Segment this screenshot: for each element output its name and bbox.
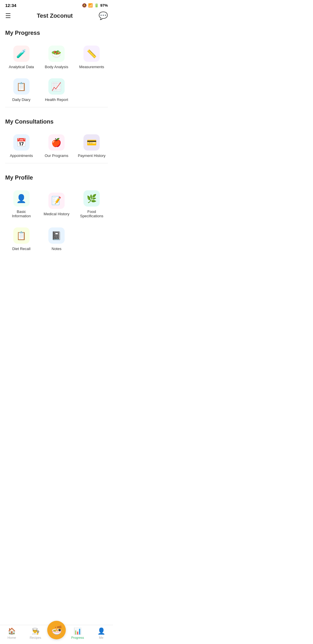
- daily-diary-label: Daily Diary: [12, 97, 30, 102]
- basic-information-label: Basic Information: [7, 209, 36, 218]
- section-my-profile: My Profile👤Basic Information📝Medical His…: [0, 169, 113, 258]
- diet-recall-icon: 📋: [13, 227, 30, 244]
- grid-item-diet-recall[interactable]: 📋Diet Recall: [5, 223, 37, 254]
- section-title-my-profile: My Profile: [5, 174, 108, 181]
- grid-row-my-progress-0: 🧪Analytical Data🥗Body Analysis📏Measureme…: [5, 41, 108, 72]
- health-report-icon: 📈: [48, 78, 65, 95]
- section-divider: [5, 107, 108, 107]
- section-title-my-progress: My Progress: [5, 30, 108, 36]
- grid-item-payment-history[interactable]: 💳Payment History: [76, 130, 108, 161]
- food-specifications-icon: 🌿: [83, 190, 100, 207]
- health-report-label: Health Report: [45, 97, 68, 102]
- analytical-data-label: Analytical Data: [9, 65, 34, 69]
- grid-item-food-specifications[interactable]: 🌿Food Specifications: [76, 186, 108, 221]
- body-analysis-label: Body Analysis: [45, 65, 68, 69]
- section-divider: [5, 163, 108, 163]
- our-programs-icon: 🍎: [48, 134, 65, 151]
- payment-history-icon: 💳: [83, 134, 100, 151]
- appointments-icon: 📅: [13, 134, 30, 151]
- status-bar: 12:34 🔕 📶 🔋 97%: [0, 0, 113, 10]
- notes-icon: 📓: [48, 227, 65, 244]
- grid-empty: [76, 223, 108, 254]
- grid-item-body-analysis[interactable]: 🥗Body Analysis: [40, 41, 72, 72]
- analytical-data-icon: 🧪: [13, 46, 30, 62]
- measurements-label: Measurements: [79, 65, 104, 69]
- grid-item-measurements[interactable]: 📏Measurements: [76, 41, 108, 72]
- basic-information-icon: 👤: [13, 190, 30, 207]
- grid-row-my-profile-0: 👤Basic Information📝Medical History🌿Food …: [5, 186, 108, 221]
- food-specifications-label: Food Specifications: [77, 209, 106, 218]
- measurements-icon: 📏: [83, 46, 100, 62]
- grid-item-medical-history[interactable]: 📝Medical History: [40, 186, 72, 221]
- hamburger-icon[interactable]: ☰: [5, 12, 11, 20]
- message-icon[interactable]: 💬: [99, 11, 108, 20]
- status-icons: 🔕 📶 🔋 97%: [82, 3, 108, 8]
- grid-item-daily-diary[interactable]: 📋Daily Diary: [5, 74, 37, 105]
- medical-history-label: Medical History: [44, 212, 70, 216]
- daily-diary-icon: 📋: [13, 78, 30, 95]
- section-title-my-consultations: My Consultations: [5, 118, 108, 125]
- grid-row-my-progress-1: 📋Daily Diary📈Health Report: [5, 74, 108, 105]
- grid-item-our-programs[interactable]: 🍎Our Programs: [40, 130, 72, 161]
- section-my-progress: My Progress🧪Analytical Data🥗Body Analysi…: [0, 24, 113, 113]
- app-title: Test Zoconut: [37, 12, 73, 19]
- mute-icon: 🔕: [82, 3, 87, 8]
- section-my-consultations: My Consultations📅Appointments🍎Our Progra…: [0, 113, 113, 169]
- battery-percent: 97%: [100, 3, 108, 8]
- grid-empty: [76, 74, 108, 105]
- diet-recall-label: Diet Recall: [12, 247, 30, 251]
- top-nav: ☰ Test Zoconut 💬: [0, 10, 113, 24]
- body-analysis-icon: 🥗: [48, 46, 65, 62]
- grid-item-appointments[interactable]: 📅Appointments: [5, 130, 37, 161]
- grid-item-notes[interactable]: 📓Notes: [40, 223, 72, 254]
- status-time: 12:34: [5, 3, 16, 8]
- medical-history-icon: 📝: [48, 193, 65, 209]
- notes-label: Notes: [52, 247, 61, 251]
- grid-item-health-report[interactable]: 📈Health Report: [40, 74, 72, 105]
- wifi-icon: 📶: [88, 3, 93, 8]
- grid-item-analytical-data[interactable]: 🧪Analytical Data: [5, 41, 37, 72]
- our-programs-label: Our Programs: [45, 153, 68, 158]
- battery-icon: 🔋: [94, 3, 99, 8]
- appointments-label: Appointments: [10, 153, 33, 158]
- grid-row-my-consultations-0: 📅Appointments🍎Our Programs💳Payment Histo…: [5, 130, 108, 161]
- grid-row-my-profile-1: 📋Diet Recall📓Notes: [5, 223, 108, 254]
- grid-item-basic-information[interactable]: 👤Basic Information: [5, 186, 37, 221]
- payment-history-label: Payment History: [78, 153, 105, 158]
